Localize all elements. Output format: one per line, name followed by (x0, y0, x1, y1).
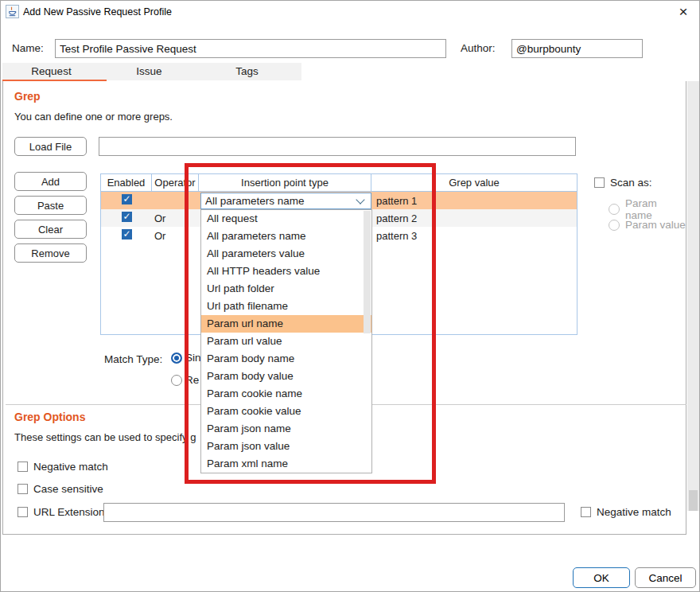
name-label: Name: (12, 42, 44, 54)
greps-table-header: Enabled Operator Insertion point type Gr… (101, 174, 577, 192)
param-value-radio[interactable] (609, 220, 620, 231)
match-type-label: Match Type: (104, 353, 162, 365)
dropdown-item-highlighted[interactable]: Param url name (201, 315, 371, 333)
url-extension-input[interactable] (103, 503, 565, 522)
dialog-add-passive-request-profile: Add New Passive Request Profile × Name: … (0, 0, 700, 592)
clear-button[interactable]: Clear (14, 220, 87, 239)
dropdown-item[interactable]: Url path folder (201, 280, 371, 298)
dropdown-item[interactable]: All parameters name (201, 228, 371, 245)
enabled-checkbox[interactable] (122, 212, 132, 222)
java-app-icon (6, 5, 19, 18)
case-sensitive-label: Case sensitive (33, 483, 103, 495)
insertion-point-type-dropdown: All request All parameters name All para… (200, 209, 372, 473)
load-file-input[interactable] (99, 137, 576, 156)
match-type-regex-radio[interactable] (171, 375, 182, 386)
ok-button[interactable]: OK (573, 567, 630, 588)
paste-button[interactable]: Paste (14, 196, 87, 215)
dropdown-item[interactable]: Param xml name (201, 455, 371, 473)
title-bar: Add New Passive Request Profile × (1, 1, 699, 23)
enabled-checkbox[interactable] (122, 194, 132, 204)
vertical-scrollbar-thumb[interactable] (689, 490, 698, 511)
param-name-radio[interactable] (609, 204, 620, 215)
add-button[interactable]: Add (14, 172, 87, 191)
case-sensitive-checkbox[interactable] (18, 484, 28, 494)
url-extension-label: URL Extension (33, 506, 105, 518)
grep-value-cell: pattern 1 (371, 195, 577, 207)
match-type-simple-radio[interactable] (171, 352, 182, 364)
scan-as-label: Scan as: (610, 177, 652, 189)
grep-options-description: These settings can be used to specify g (14, 431, 196, 443)
column-header-grep-value[interactable]: Grep value (371, 174, 577, 191)
operator-cell: Or (152, 230, 199, 242)
request-tab-panel: Grep You can define one or more greps. L… (2, 81, 686, 535)
combobox-value: All parameters name (201, 195, 357, 207)
name-input[interactable] (55, 39, 446, 58)
match-type-simple-label: Sin (185, 352, 201, 364)
dropdown-item[interactable]: Param cookie value (201, 403, 371, 420)
grep-section-title: Grep (14, 90, 41, 103)
grep-options-title: Grep Options (14, 411, 85, 423)
load-file-button[interactable]: Load File (14, 137, 87, 156)
tab-tags[interactable]: Tags (198, 63, 296, 80)
tab-request[interactable]: Request (2, 63, 100, 80)
grep-section-description: You can define one or more greps. (14, 111, 173, 123)
url-extension-checkbox[interactable] (18, 507, 28, 517)
dropdown-item[interactable]: Param cookie name (201, 385, 371, 403)
remove-button[interactable]: Remove (14, 243, 87, 263)
dropdown-item[interactable]: Param body name (201, 350, 371, 368)
insertion-point-type-combobox[interactable]: All parameters name (200, 193, 371, 209)
match-type-regex-label: Re (185, 374, 199, 386)
negative-match-checkbox[interactable] (18, 462, 28, 472)
dropdown-item[interactable]: Param json value (201, 438, 371, 455)
negative-match-right-checkbox[interactable] (581, 507, 591, 517)
grep-value-cell: pattern 2 (371, 212, 577, 224)
vertical-scrollbar[interactable] (687, 81, 699, 511)
param-name-label: Param name (625, 197, 686, 221)
negative-match-label: Negative match (33, 461, 108, 473)
window-title: Add New Passive Request Profile (23, 6, 172, 18)
tab-issue[interactable]: Issue (100, 63, 198, 80)
tab-strip: Request Issue Tags (2, 63, 301, 80)
column-header-insertion-point-type[interactable]: Insertion point type (199, 174, 371, 191)
grep-value-cell: pattern 3 (371, 230, 577, 242)
dropdown-item[interactable]: Param body value (201, 368, 371, 385)
author-input[interactable] (511, 39, 643, 58)
dropdown-item[interactable]: Param json name (201, 420, 371, 438)
scan-as-checkbox[interactable] (594, 177, 605, 188)
dropdown-item[interactable]: All request (201, 210, 371, 228)
param-value-label: Param value (625, 219, 686, 231)
chevron-down-icon (356, 195, 364, 204)
column-header-enabled[interactable]: Enabled (101, 174, 152, 191)
dropdown-item[interactable]: Url path filename (201, 298, 371, 315)
dropdown-item[interactable]: All HTTP headers value (201, 263, 371, 280)
enabled-checkbox[interactable] (122, 229, 132, 240)
author-label: Author: (461, 42, 496, 54)
dropdown-scrollbar[interactable] (364, 211, 371, 333)
dropdown-item[interactable]: All parameters value (201, 245, 371, 263)
negative-match-right-label: Negative match (597, 506, 671, 518)
dropdown-item[interactable]: Param url value (201, 333, 371, 350)
operator-cell: Or (152, 212, 199, 224)
cancel-button[interactable]: Cancel (635, 567, 696, 588)
close-icon[interactable]: × (674, 2, 693, 21)
column-header-operator[interactable]: Operator (152, 174, 199, 191)
